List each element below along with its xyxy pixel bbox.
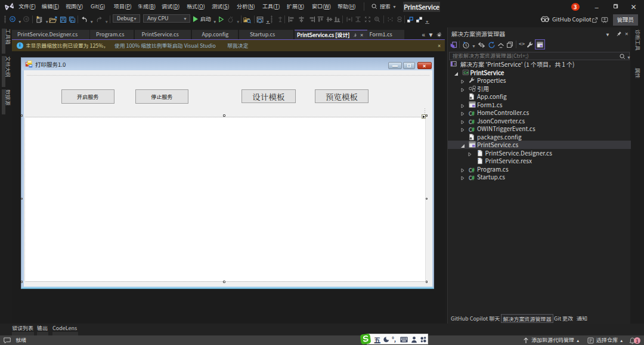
- svg-text:C#: C#: [463, 70, 468, 74]
